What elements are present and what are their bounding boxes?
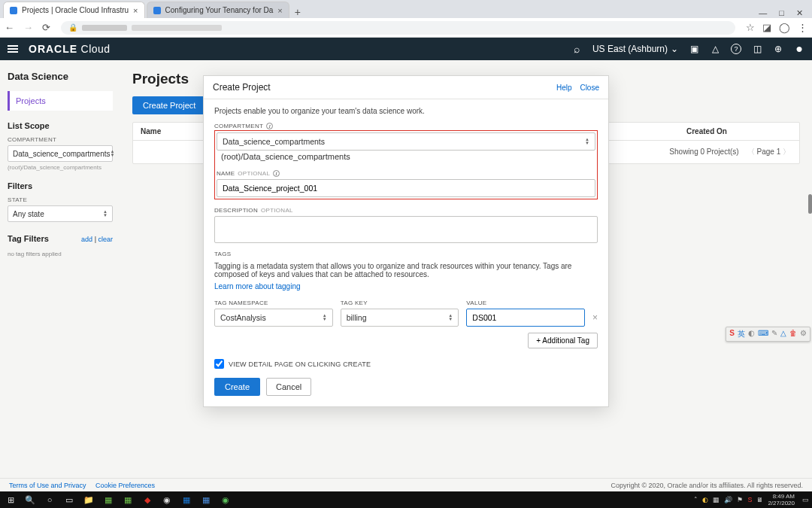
tag-filters-heading: Tag Filters — [8, 234, 49, 243]
minimize-icon[interactable]: — — [759, 8, 767, 18]
cloud-shell-icon[interactable]: ▣ — [689, 44, 699, 54]
forward-icon[interactable]: → — [23, 22, 33, 33]
search-icon[interactable]: 🔍 — [23, 494, 38, 506]
cookie-link[interactable]: Cookie Preferences — [95, 482, 155, 489]
tag-clear-link[interactable]: clear — [98, 236, 113, 243]
app-icon[interactable]: ▦ — [198, 494, 214, 506]
compartment-select[interactable]: Data_science_compartments ▲▼ — [8, 145, 113, 162]
explorer-icon[interactable]: 📁 — [81, 494, 96, 506]
tray-icon[interactable]: S — [747, 496, 752, 503]
create-button[interactable]: Create — [214, 378, 260, 396]
close-window-icon[interactable]: ✕ — [796, 8, 803, 18]
extension-icon[interactable]: ◪ — [762, 22, 771, 33]
action-center-icon[interactable]: ▭ — [802, 496, 809, 503]
tag-value-input[interactable] — [466, 309, 585, 327]
view-detail-checkbox[interactable] — [214, 359, 224, 369]
tag-add-link[interactable]: add — [81, 236, 92, 243]
app-icon[interactable]: ▦ — [120, 494, 135, 506]
remove-tag-icon[interactable]: × — [592, 312, 598, 327]
tag-key-select[interactable]: billing ▲▼ — [341, 309, 459, 327]
notifications-icon[interactable]: △ — [710, 44, 720, 54]
col-created: Created On — [679, 123, 799, 140]
create-project-button[interactable]: Create Project — [132, 96, 206, 114]
browser-tab-active[interactable]: Projects | Oracle Cloud Infrastru × — [3, 2, 145, 18]
language-icon[interactable]: ⊕ — [773, 44, 783, 54]
project-description-input[interactable] — [214, 216, 598, 243]
tray-icon[interactable]: 🖥 — [756, 496, 763, 503]
chrome-icon[interactable]: ◉ — [159, 494, 174, 506]
tags-description: Tagging is a metadata system that allows… — [214, 262, 598, 278]
app-icon[interactable]: ▦ — [179, 494, 194, 506]
app-icon[interactable]: ◉ — [218, 494, 233, 506]
search-icon[interactable]: ⌕ — [571, 44, 582, 54]
chevron-updown-icon: ▲▼ — [103, 210, 108, 217]
tray-icon[interactable]: ◐ — [702, 496, 708, 503]
state-select[interactable]: Any state ▲▼ — [8, 205, 113, 222]
ime-icon[interactable]: ✎ — [771, 329, 777, 339]
app-icon[interactable]: ◆ — [140, 494, 155, 506]
tray-icon[interactable]: 🔊 — [724, 496, 732, 503]
start-icon[interactable]: ⊞ — [3, 494, 18, 506]
chat-icon[interactable]: ◫ — [752, 44, 762, 54]
tray-chevron-icon[interactable]: ˄ — [694, 496, 698, 503]
help-icon[interactable]: ? — [731, 44, 741, 54]
no-tag-filters: no tag filters applied — [8, 251, 113, 257]
cortana-icon[interactable]: ○ — [42, 494, 57, 506]
terms-link[interactable]: Terms of Use and Privacy — [9, 482, 86, 489]
system-clock[interactable]: 8:49 AM 2/27/2020 — [768, 493, 798, 506]
bookmark-star-icon[interactable]: ☆ — [746, 22, 755, 33]
scrollbar-thumb[interactable] — [808, 194, 812, 214]
url-redacted — [82, 25, 127, 31]
ime-toolbar[interactable]: S 英 ◐ ⌨ ✎ △ 🗑 ⚙ — [726, 327, 810, 342]
windows-taskbar: ⊞ 🔍 ○ ▭ 📁 ▦ ▦ ◆ ◉ ▦ ▦ ◉ ˄ ◐ ▦ 🔊 ⚑ S 🖥 8:… — [0, 491, 812, 508]
ime-icon[interactable]: 🗑 — [789, 329, 797, 339]
maximize-icon[interactable]: □ — [779, 8, 784, 18]
pager-prev-icon[interactable]: 〈 — [747, 148, 755, 156]
url-input[interactable]: 🔒 — [61, 21, 735, 35]
region-selector[interactable]: US East (Ashburn) ⌄ — [592, 44, 678, 54]
tray-icon[interactable]: ▦ — [713, 496, 720, 503]
profile-icon[interactable]: ◯ — [779, 22, 790, 33]
taskview-icon[interactable]: ▭ — [62, 494, 77, 506]
state-label: STATE — [8, 196, 113, 203]
hamburger-icon[interactable] — [8, 45, 18, 53]
ime-icon[interactable]: 英 — [738, 329, 745, 339]
learn-tagging-link[interactable]: Learn more about tagging — [214, 282, 301, 291]
additional-tag-button[interactable]: + Additional Tag — [528, 333, 598, 348]
pager-page: Page 1 — [757, 148, 781, 156]
tag-value-label: VALUE — [466, 300, 585, 306]
close-tab-icon[interactable]: × — [133, 6, 138, 15]
pager-count: Showing 0 Project(s) — [669, 148, 738, 156]
reload-icon[interactable]: ⟳ — [42, 22, 50, 33]
app-icon[interactable]: ▦ — [101, 494, 116, 506]
info-icon[interactable]: i — [273, 170, 280, 177]
modal-help-link[interactable]: Help — [556, 84, 572, 92]
info-icon[interactable]: i — [266, 123, 273, 129]
url-redacted — [132, 25, 222, 31]
ime-icon[interactable]: △ — [780, 329, 786, 339]
tag-key-label: TAG KEY — [341, 300, 459, 306]
ime-icon[interactable]: ⌨ — [758, 329, 768, 339]
modal-compartment-select[interactable]: Data_science_compartments ▲▼ — [217, 132, 595, 151]
avatar-icon[interactable]: ● — [794, 44, 804, 54]
sidebar-item-projects[interactable]: Projects — [8, 91, 113, 111]
project-name-input[interactable] — [217, 179, 595, 197]
page-footer: Terms of Use and Privacy Cookie Preferen… — [0, 478, 812, 491]
ime-icon[interactable]: ⚙ — [800, 329, 807, 339]
back-icon[interactable]: ← — [5, 22, 14, 33]
cancel-button[interactable]: Cancel — [266, 378, 311, 396]
state-value: Any state — [13, 210, 44, 218]
browser-menu-icon[interactable]: ⋮ — [798, 22, 807, 33]
ime-icon[interactable]: ◐ — [748, 329, 755, 339]
new-tab-button[interactable]: + — [291, 6, 304, 18]
modal-name-label: NAME OPTIONAL i — [217, 170, 595, 177]
browser-tab[interactable]: Configuring Your Tenancy for Da × — [147, 2, 289, 18]
pager-next-icon[interactable]: 〉 — [783, 148, 790, 156]
tray-icon[interactable]: ⚑ — [737, 496, 743, 503]
modal-close-link[interactable]: Close — [580, 84, 599, 92]
modal-compartment-label: COMPARTMENTi — [214, 123, 598, 129]
window-controls: — □ ✕ — [759, 8, 809, 18]
tag-namespace-select[interactable]: CostAnalysis ▲▼ — [214, 309, 333, 327]
close-tab-icon[interactable]: × — [277, 6, 282, 15]
chevron-updown-icon: ▲▼ — [448, 314, 453, 321]
